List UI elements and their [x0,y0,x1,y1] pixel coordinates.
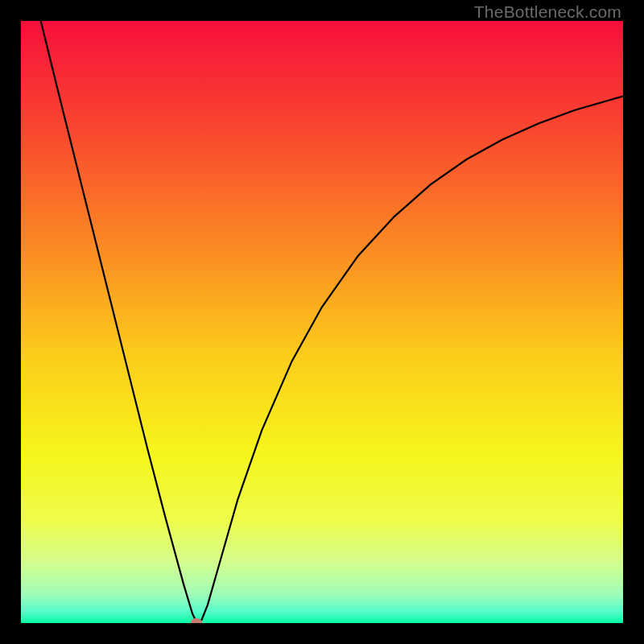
optimum-marker [191,618,202,623]
plot-area [21,21,623,623]
watermark-text: TheBottleneck.com [474,2,621,22]
bottleneck-curve [21,21,623,623]
chart-container: TheBottleneck.com [0,0,644,644]
